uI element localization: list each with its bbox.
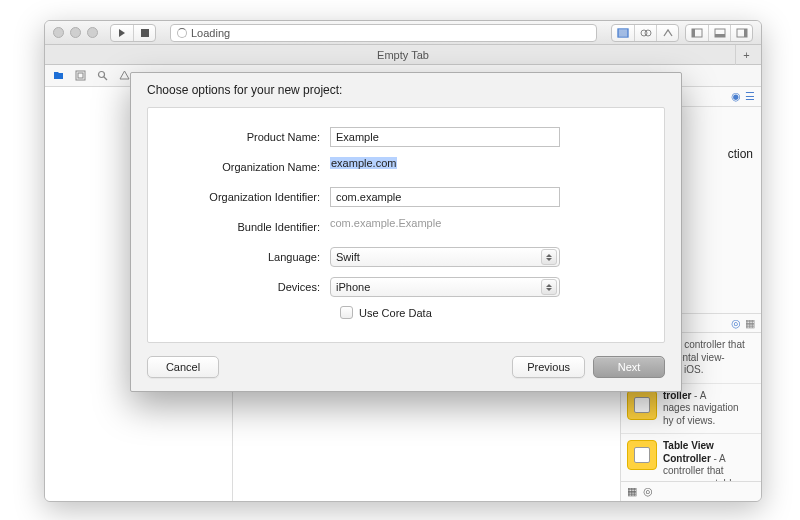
version-editor-icon[interactable] <box>656 25 678 41</box>
svg-point-5 <box>645 30 651 36</box>
media-library-icon[interactable]: ▦ <box>745 317 755 330</box>
language-label: Language: <box>170 251 330 263</box>
sheet-title: Choose options for your new project: <box>131 73 681 103</box>
product-name-label: Product Name: <box>170 131 330 143</box>
list-view-icon[interactable]: ◎ <box>643 485 653 498</box>
stop-button[interactable] <box>133 25 155 41</box>
activity-label: Loading <box>191 27 230 39</box>
svg-rect-9 <box>715 34 725 37</box>
devices-select-value: iPhone <box>336 281 370 293</box>
add-tab-button[interactable]: + <box>735 45 757 65</box>
svg-rect-11 <box>744 29 747 37</box>
use-core-data-label: Use Core Data <box>359 307 432 319</box>
organization-name-input[interactable]: example.com <box>330 157 560 169</box>
svg-rect-12 <box>76 71 85 80</box>
object-library-icon[interactable]: ◎ <box>731 317 741 330</box>
run-button[interactable] <box>111 25 133 41</box>
stop-icon <box>141 29 149 37</box>
bundle-identifier-label: Bundle Identifier: <box>170 221 330 233</box>
tab-bar: Empty Tab + <box>45 45 761 65</box>
chevron-updown-icon <box>541 249 557 265</box>
use-core-data-checkbox[interactable]: Use Core Data <box>340 306 642 319</box>
window-traffic-lights[interactable] <box>53 27 98 38</box>
list-item-label: Table View Controller - A controller tha… <box>663 440 755 481</box>
quick-help-icon[interactable]: ☰ <box>745 90 755 103</box>
previous-button[interactable]: Previous <box>512 356 585 378</box>
list-item[interactable]: Table View Controller - A controller tha… <box>621 434 761 481</box>
bundle-identifier-value: com.example.Example <box>330 217 560 237</box>
svg-rect-13 <box>78 73 83 78</box>
svg-rect-7 <box>692 29 695 37</box>
search-navigator-icon[interactable] <box>95 70 109 81</box>
cancel-button[interactable]: Cancel <box>147 356 219 378</box>
activity-bar: Loading <box>170 24 597 42</box>
table-view-controller-icon <box>627 440 657 470</box>
language-select[interactable]: Swift <box>330 247 560 267</box>
next-button[interactable]: Next <box>593 356 665 378</box>
editor-mode-buttons[interactable] <box>611 24 679 42</box>
spinner-icon <box>177 28 187 38</box>
issue-navigator-icon[interactable] <box>117 70 131 81</box>
chevron-updown-icon <box>541 279 557 295</box>
svg-line-15 <box>104 77 107 80</box>
assistant-editor-icon[interactable] <box>634 25 656 41</box>
grid-view-icon[interactable]: ▦ <box>627 485 637 498</box>
product-name-input[interactable] <box>330 127 560 147</box>
sheet-footer: Cancel Previous Next <box>131 343 681 391</box>
organization-identifier-input[interactable] <box>330 187 560 207</box>
organization-name-label: Organization Name: <box>170 161 330 173</box>
list-item-label: troller - Anages navigationhy of views. <box>663 390 755 428</box>
play-icon <box>119 29 125 37</box>
sheet-body: Product Name: Organization Name: example… <box>147 107 665 343</box>
project-navigator-icon[interactable] <box>51 70 65 81</box>
new-project-options-sheet: Choose options for your new project: Pro… <box>130 72 682 392</box>
tab-title[interactable]: Empty Tab <box>377 49 429 61</box>
file-inspector-icon[interactable]: ◉ <box>731 90 741 103</box>
toggle-debug-icon[interactable] <box>708 25 730 41</box>
svg-point-14 <box>98 72 104 78</box>
language-select-value: Swift <box>336 251 360 263</box>
standard-editor-icon[interactable] <box>612 25 634 41</box>
toggle-utilities-icon[interactable] <box>730 25 752 41</box>
window-titlebar: Loading <box>45 21 761 45</box>
close-icon[interactable] <box>53 27 64 38</box>
organization-identifier-label: Organization Identifier: <box>170 191 330 203</box>
devices-label: Devices: <box>170 281 330 293</box>
symbol-navigator-icon[interactable] <box>73 70 87 81</box>
run-stop-controls[interactable] <box>110 24 156 42</box>
checkbox-icon <box>340 306 353 319</box>
toggle-navigator-icon[interactable] <box>686 25 708 41</box>
nav-controller-icon <box>627 390 657 420</box>
view-toggle-buttons[interactable] <box>685 24 753 42</box>
minimize-icon[interactable] <box>70 27 81 38</box>
devices-select[interactable]: iPhone <box>330 277 560 297</box>
zoom-icon[interactable] <box>87 27 98 38</box>
library-footer[interactable]: ▦ ◎ <box>621 481 761 501</box>
